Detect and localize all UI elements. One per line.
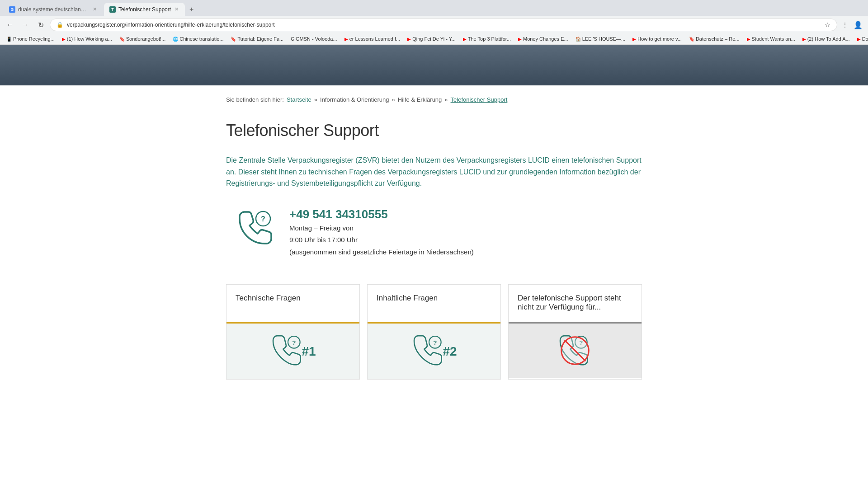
- tab-2[interactable]: T Telefonischer Support ✕: [104, 3, 185, 16]
- address-text: verpackungsregister.org/information-orie…: [67, 22, 821, 28]
- card-2-phone-icon: ?: [411, 333, 447, 370]
- bookmark-15-label: (2) How To Add A...: [807, 36, 850, 42]
- profile-icon[interactable]: 👤: [852, 19, 864, 31]
- card-1-title: Technische Fragen: [236, 294, 301, 303]
- bookmark-9-favicon: ▶: [463, 37, 467, 42]
- bookmark-5[interactable]: 🔖 Tutorial: Eigene Fa...: [228, 35, 286, 42]
- bookmark-10[interactable]: ▶ Money Changes E...: [515, 35, 571, 42]
- breadcrumb-hilfe: Hilfe & Erklärung: [398, 96, 442, 103]
- bookmark-14-favicon: ▶: [747, 37, 750, 42]
- card-2-body: ? #2: [368, 324, 500, 379]
- breadcrumb-sep-3: »: [444, 96, 448, 103]
- breadcrumb-current[interactable]: Telefonischer Support: [451, 96, 508, 103]
- intro-text: Die Zentrale Stelle Verpackungsregister …: [226, 155, 642, 189]
- bookmark-16[interactable]: ▶ Download - Cooki...: [854, 35, 868, 42]
- new-tab-button[interactable]: +: [186, 4, 197, 15]
- bookmark-6[interactable]: G GMSN - Volooda...: [288, 35, 340, 42]
- bookmark-4-favicon: 🌐: [173, 37, 178, 42]
- bookmark-12-label: How to get more v...: [637, 36, 682, 42]
- bookmark-11[interactable]: 🏠 LEE 'S HOUSE—...: [573, 35, 628, 42]
- bookmarks-bar: 📱 Phone Recycling... ▶ (1) How Working a…: [0, 34, 868, 44]
- hero-image: [0, 45, 868, 85]
- bookmark-13-favicon: 🔖: [689, 37, 694, 42]
- card-3-body: ?: [509, 324, 642, 378]
- back-button[interactable]: ←: [4, 19, 16, 31]
- bookmark-10-favicon: ▶: [518, 37, 522, 42]
- bookmark-14[interactable]: ▶ Student Wants an...: [744, 35, 798, 42]
- bookmark-4-label: Chinese translatio...: [179, 36, 223, 42]
- bookmark-8-label: Qing Fei De Yi - Y...: [412, 36, 456, 42]
- tab-1-favicon: G: [9, 6, 15, 13]
- card-technische-fragen[interactable]: Technische Fragen ? #1: [226, 284, 360, 380]
- breadcrumb-info: Information & Orientierung: [320, 96, 389, 103]
- breadcrumb-sep-1: »: [314, 96, 317, 103]
- phone-hours-line1: Montag – Freitag von: [289, 223, 474, 234]
- bookmark-3[interactable]: 🔖 Sonderangebot!...: [117, 35, 168, 42]
- tab-1[interactable]: G duale systeme deutschland -... ✕: [4, 3, 103, 16]
- breadcrumb: Sie befinden sich hier: Startseite » Inf…: [226, 85, 642, 110]
- card-3-phone-icon: ?: [557, 333, 593, 369]
- bookmark-10-label: Money Changes E...: [523, 36, 568, 42]
- extensions-icon[interactable]: ⋮: [840, 19, 850, 30]
- bookmark-11-label: LEE 'S HOUSE—...: [582, 36, 626, 42]
- browser-chrome: G duale systeme deutschland -... ✕ T Tel…: [0, 0, 868, 45]
- bookmark-1[interactable]: 📱 Phone Recycling...: [4, 35, 57, 42]
- card-3-header: Der telefonische Support steht nicht zur…: [509, 285, 642, 316]
- card-1-header: Technische Fragen: [226, 285, 359, 316]
- bookmark-15-favicon: ▶: [802, 37, 806, 42]
- card-1-phone-icon: ?: [270, 333, 306, 370]
- bookmark-15[interactable]: ▶ (2) How To Add A...: [800, 35, 853, 42]
- card-1-body: ? #1: [226, 324, 359, 379]
- bookmark-4[interactable]: 🌐 Chinese translatio...: [170, 35, 226, 42]
- bookmark-8-favicon: ▶: [407, 37, 411, 42]
- reload-button[interactable]: ↻: [34, 19, 47, 31]
- tab-1-close[interactable]: ✕: [92, 5, 98, 13]
- bookmark-2[interactable]: ▶ (1) How Working a...: [59, 35, 115, 42]
- browser-icons: ⋮ 👤: [840, 19, 864, 31]
- bookmark-8[interactable]: ▶ Qing Fei De Yi - Y...: [405, 35, 458, 42]
- phone-info: +49 541 34310555 Montag – Freitag von 9:…: [289, 207, 474, 258]
- bookmark-12[interactable]: ▶ How to get more v...: [630, 35, 684, 42]
- bookmark-13[interactable]: 🔖 Datenschutz – Re...: [686, 35, 742, 42]
- card-not-available[interactable]: Der telefonische Support steht nicht zur…: [508, 284, 642, 380]
- tab-bar: G duale systeme deutschland -... ✕ T Tel…: [0, 0, 868, 16]
- forward-button[interactable]: →: [19, 19, 32, 31]
- phone-hours-line3: (ausgenommen sind gesetzliche Feiertage …: [289, 247, 474, 258]
- bookmark-13-label: Datenschutz – Re...: [696, 36, 740, 42]
- breadcrumb-sep-2: »: [392, 96, 395, 103]
- bookmark-16-favicon: ▶: [857, 37, 861, 42]
- card-2-title: Inhaltliche Fragen: [377, 294, 438, 303]
- address-bar[interactable]: 🔒 verpackungsregister.org/information-or…: [50, 19, 837, 31]
- tab-2-close[interactable]: ✕: [174, 5, 179, 13]
- bookmark-1-label: Phone Recycling...: [13, 36, 55, 42]
- breadcrumb-prefix: Sie befinden sich hier:: [226, 96, 284, 103]
- bookmark-9-label: The Top 3 Plattfor...: [468, 36, 511, 42]
- breadcrumb-startseite[interactable]: Startseite: [287, 96, 311, 103]
- bookmark-14-label: Student Wants an...: [752, 36, 795, 42]
- card-2-badge: #2: [443, 344, 457, 359]
- page-title: Telefonischer Support: [226, 121, 642, 140]
- bookmark-5-label: Tutorial: Eigene Fa...: [237, 36, 283, 42]
- card-inhaltliche-fragen[interactable]: Inhaltliche Fragen ? #2: [367, 284, 501, 380]
- svg-text:?: ?: [434, 339, 437, 346]
- bookmark-6-label: GMSN - Volooda...: [296, 36, 337, 42]
- star-icon[interactable]: ☆: [825, 21, 830, 28]
- bookmark-11-favicon: 🏠: [576, 37, 581, 42]
- tab-2-title: Telefonischer Support: [118, 6, 171, 13]
- bookmark-7[interactable]: ▶ er Lessons Learned f...: [342, 35, 403, 42]
- cards-section: Technische Fragen ? #1: [226, 284, 642, 380]
- card-1-badge: #1: [302, 344, 316, 359]
- bookmark-7-favicon: ▶: [344, 37, 348, 42]
- phone-section: ? +49 541 34310555 Montag – Freitag von …: [226, 207, 642, 258]
- card-3-icon-wrapper: ?: [557, 333, 593, 369]
- bookmark-3-favicon: 🔖: [119, 37, 125, 42]
- lock-icon: 🔒: [57, 22, 63, 28]
- phone-number: +49 541 34310555: [289, 207, 474, 221]
- bookmark-16-label: Download - Cooki...: [862, 36, 868, 42]
- card-3-title: Der telefonische Support steht nicht zur…: [518, 294, 632, 312]
- bookmark-12-favicon: ▶: [632, 37, 636, 42]
- address-bar-row: ← → ↻ 🔒 verpackungsregister.org/informat…: [0, 16, 868, 34]
- bookmark-9[interactable]: ▶ The Top 3 Plattfor...: [460, 35, 514, 42]
- bookmark-2-favicon: ▶: [62, 37, 66, 42]
- tab-2-favicon: T: [109, 6, 116, 13]
